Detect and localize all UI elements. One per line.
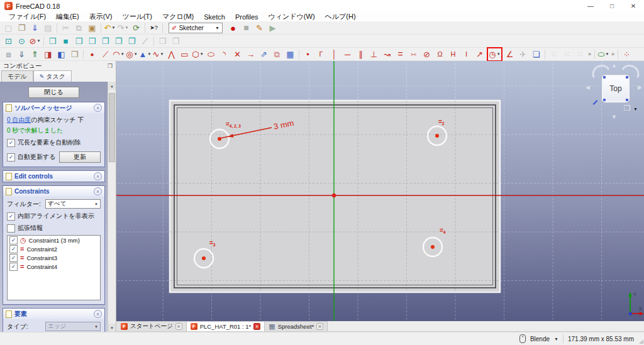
nav-style-selector[interactable]: Blende xyxy=(530,336,550,342)
macro-stop-button[interactable]: ■ xyxy=(240,22,253,34)
update-button[interactable]: 更新 xyxy=(59,151,101,163)
constraint-list-item[interactable]: ✓◷Constraint1 (3 mm) xyxy=(8,236,100,244)
filter-select[interactable]: すべて▼ xyxy=(45,199,101,209)
nav-mini-cube-icon[interactable]: ❒ xyxy=(624,104,631,112)
solver-messages-header[interactable]: ソルバーメッセージ ∧ xyxy=(3,102,104,113)
constrain-block-button[interactable]: ⊘ xyxy=(421,48,433,60)
constrain-equal-button[interactable]: = xyxy=(394,48,407,60)
scroll-up-icon[interactable]: ▲ xyxy=(108,82,116,90)
constraint-checkbox[interactable]: ✓ xyxy=(9,263,18,271)
redo-dropdown[interactable]: ▼ xyxy=(125,26,128,30)
mdi-tab-spreadsheet[interactable]: ▦Spreadsheet*✕ xyxy=(265,321,328,331)
nav-corner-mark[interactable] xyxy=(593,100,598,105)
create-arc-button[interactable]: ◠▼ xyxy=(113,48,125,60)
collapse-icon[interactable]: ∧ xyxy=(94,187,102,195)
constrain-coincident-button[interactable]: • xyxy=(302,48,314,60)
scroll-down-icon[interactable]: ▼ xyxy=(108,324,116,332)
create-arc-dropdown[interactable]: ▼ xyxy=(121,52,125,56)
constraint-list-item[interactable]: ✓=Constraint3 xyxy=(8,253,100,262)
mdi-tab-start-page[interactable]: Fスタートページ✕ xyxy=(117,321,187,331)
create-fillet-button[interactable]: ◝ xyxy=(218,48,231,60)
origin-point[interactable] xyxy=(332,194,336,197)
elements-header[interactable]: 要素 ∧ xyxy=(3,309,104,319)
close-button[interactable]: ✕ xyxy=(623,0,644,12)
float-panel-icon[interactable]: ❐ xyxy=(108,63,113,69)
menu-item[interactable]: Sketch xyxy=(199,13,230,21)
view-axonometric-button[interactable]: ❒ xyxy=(47,35,59,47)
maximize-button[interactable]: □ xyxy=(601,0,623,12)
constrain-perpendicular-button[interactable]: ⊥ xyxy=(368,48,380,60)
toolbar-overflow[interactable]: » xyxy=(588,51,591,57)
mdi-tab-plc-hat-document[interactable]: FPLC_HAT_R01 : 1*✕ xyxy=(187,321,265,331)
nav-up-icon[interactable]: ▲ xyxy=(611,63,617,68)
constrain-tangent-button[interactable]: ↝ xyxy=(381,48,394,60)
carbon-copy-button[interactable]: ⧉ xyxy=(271,48,284,60)
whats-this-doc-button[interactable]: ◧ xyxy=(55,48,68,60)
tab-model[interactable]: モデル xyxy=(1,70,33,82)
sketch-point[interactable] xyxy=(218,137,221,141)
create-bspline-button[interactable]: ∿▼ xyxy=(152,48,165,60)
bspline-tools-button[interactable]: ⬭▼ xyxy=(597,48,610,60)
sketch-point[interactable] xyxy=(202,256,206,260)
constrain-radius-button[interactable]: ◷▼ xyxy=(489,48,501,60)
3d-viewport[interactable]: 3 mm =4, 2, 3=2=3=4 Y X ▲ ◀ ▶ xyxy=(116,61,644,321)
draw-style-button[interactable]: ⊘▼ xyxy=(29,35,42,47)
texture-view-button[interactable]: ❒ xyxy=(69,48,81,60)
menu-item[interactable]: Profiles xyxy=(230,13,264,21)
external-geometry-button[interactable]: ⇗ xyxy=(258,48,270,60)
constraint-checkbox[interactable]: ✓ xyxy=(9,245,18,253)
open-file-button[interactable]: ❐ xyxy=(16,22,28,34)
constrain-horizontal-button[interactable]: ─ xyxy=(341,48,354,60)
constrain-point-on-object-button[interactable]: Γ xyxy=(315,48,328,60)
constrain-distance-x-button[interactable]: H xyxy=(447,48,460,60)
macro-edit-button[interactable]: ✎ xyxy=(253,22,266,34)
view-front-button[interactable]: ■ xyxy=(60,35,72,47)
box-zoom-button[interactable]: ⊙ xyxy=(16,35,28,47)
view-rear-button[interactable]: ❐ xyxy=(99,35,112,47)
export-document-button[interactable]: ⇑ xyxy=(29,48,42,60)
resize-grip[interactable]: ◢ xyxy=(639,338,643,344)
hide-internal-checkbox[interactable]: ✓ xyxy=(7,212,15,221)
trim-edge-button[interactable]: ✕ xyxy=(231,48,244,60)
fit-all-button[interactable]: ⊡ xyxy=(3,35,15,47)
bspline-tools-dropdown[interactable]: ▼ xyxy=(606,52,609,56)
constraint-list-item[interactable]: ✓=Constraint2 xyxy=(8,244,100,253)
edit-controls-header[interactable]: Edit controls ∧ xyxy=(3,171,104,182)
create-rectangle-button[interactable]: ▭ xyxy=(179,48,191,60)
workbench-selector[interactable]: ✐Sketcher▼ xyxy=(169,23,223,33)
sketch-canvas[interactable]: 3 mm =4, 2, 3=2=3=4 Y X xyxy=(116,61,644,321)
menu-item[interactable]: ツール(T) xyxy=(117,12,157,21)
auto-remove-checkbox[interactable]: ✓ xyxy=(7,139,15,147)
refresh-button[interactable]: ⟳ xyxy=(130,22,143,34)
view-right-button[interactable]: ❒ xyxy=(86,35,99,47)
auto-update-checkbox[interactable]: ✓ xyxy=(7,153,15,162)
save-file-button[interactable]: ⇓ xyxy=(29,22,42,34)
menu-item[interactable]: 表示(V) xyxy=(84,12,118,21)
constraints-header[interactable]: Constraints ∧ xyxy=(3,186,104,197)
constrain-distance-y-button[interactable]: I xyxy=(460,48,473,60)
import-document-button[interactable]: ⇓ xyxy=(16,48,28,60)
create-polygon-dropdown[interactable]: ▼ xyxy=(200,52,204,56)
constraint-list-item[interactable]: ✓=Constraint4 xyxy=(8,262,100,271)
nav-left-icon[interactable]: ◀ xyxy=(586,85,590,90)
close-task-button[interactable]: 閉じる xyxy=(28,87,79,98)
menu-item[interactable]: ウィンドウ(W) xyxy=(264,12,320,21)
toolbar-overflow[interactable]: » xyxy=(611,51,614,57)
panel-scrollbar[interactable]: ▲ ▼ xyxy=(108,82,116,332)
constrain-vertical-button[interactable]: │ xyxy=(328,48,341,60)
view-bottom-button[interactable]: ❐ xyxy=(113,35,125,47)
minimize-button[interactable]: — xyxy=(580,0,601,12)
collapse-icon[interactable]: ∧ xyxy=(94,172,102,180)
scrollbar-thumb[interactable] xyxy=(109,93,115,162)
nav-down-icon[interactable]: ▼ xyxy=(611,114,617,120)
create-slot-button[interactable]: ⬭ xyxy=(205,48,218,60)
constrain-angle-button[interactable]: ∠ xyxy=(504,48,516,60)
constrain-symmetric-button[interactable]: >< xyxy=(408,48,420,60)
view-left-button[interactable]: ❐ xyxy=(126,35,138,47)
macro-record-button[interactable]: ● xyxy=(227,22,240,34)
measure-distance-button[interactable]: ⟋ xyxy=(139,35,152,47)
make-link-button[interactable]: ⧈ xyxy=(3,48,15,60)
whats-this-button[interactable]: ➤? xyxy=(148,22,160,34)
create-conic-button[interactable]: ▲▼ xyxy=(139,48,152,60)
menu-item[interactable]: ヘルプ(H) xyxy=(320,12,361,21)
